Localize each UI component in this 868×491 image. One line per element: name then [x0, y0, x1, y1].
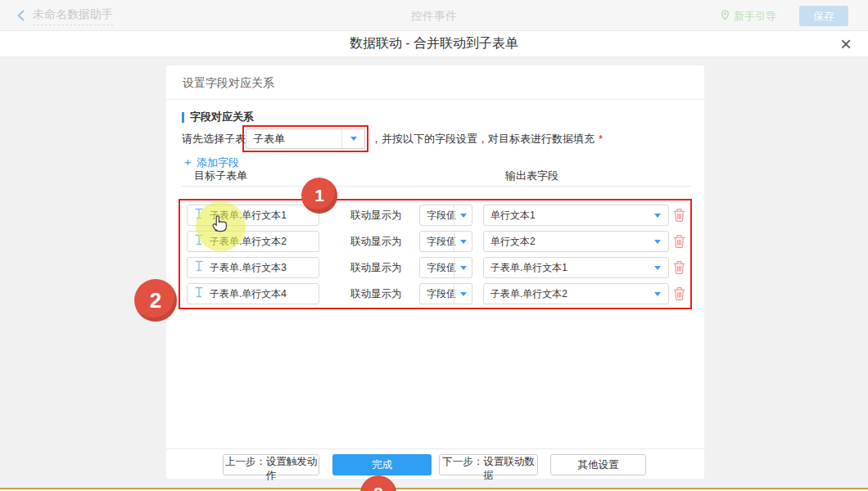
step-badge-2: 2	[134, 279, 177, 322]
mode-select[interactable]: 字段值	[419, 205, 472, 226]
delete-row-icon[interactable]	[673, 287, 685, 301]
field-mapping-row: 子表单.单行文本3 联动显示为 字段值 子表单.单行文本1	[180, 255, 690, 281]
prev-step-button[interactable]: 上一步：设置触发动作	[223, 454, 319, 475]
dialog-header: 数据联动 - 合并联动到子表单 ×	[0, 31, 868, 57]
divider	[166, 99, 704, 100]
subform-select-value: 子表单	[253, 129, 285, 148]
save-button[interactable]: 保存	[799, 6, 848, 26]
text-field-icon	[194, 286, 204, 301]
target-field-box: 子表单.单行文本4	[187, 283, 319, 304]
output-field-select[interactable]: 单行文本2	[483, 231, 669, 252]
output-select-value: 子表单.单行文本1	[491, 258, 567, 277]
dialog-body: 设置字段对应关系 字段对应关系 请先选择子表单 子表单 ，并按以下的字段设置，对…	[0, 57, 868, 491]
field-mapping-row: 子表单.单行文本2 联动显示为 字段值 单行文本2	[180, 228, 690, 255]
mode-select-value: 字段值	[427, 232, 456, 251]
mode-select-value: 字段值	[427, 205, 456, 225]
chevron-down-icon	[460, 240, 467, 244]
relation-label: 联动显示为	[350, 235, 402, 249]
mode-select[interactable]: 字段值	[419, 257, 472, 278]
mode-select-arrow-zone[interactable]	[454, 258, 472, 277]
chevron-down-icon	[460, 266, 467, 270]
divider	[182, 186, 690, 187]
guide-label: 新手引导	[734, 9, 776, 24]
section-title: 字段对应关系	[182, 110, 254, 124]
relation-label: 联动显示为	[350, 261, 402, 275]
output-select-value: 单行文本2	[491, 232, 536, 251]
delete-row-icon[interactable]	[673, 261, 685, 275]
topbar: 未命名数据助手 控件事件 新手引导 保存	[0, 0, 868, 31]
done-button[interactable]: 完成	[332, 454, 432, 475]
panel-title: 设置字段对应关系	[183, 76, 274, 91]
chevron-down-icon	[654, 240, 661, 244]
required-asterisk: *	[599, 133, 603, 145]
delete-row-icon[interactable]	[673, 209, 685, 223]
close-icon[interactable]: ×	[840, 32, 852, 56]
output-select-value: 单行文本1	[491, 205, 536, 225]
subform-select-arrow-zone[interactable]	[341, 129, 364, 148]
text-field-icon	[194, 260, 204, 275]
mode-select-arrow-zone[interactable]	[454, 205, 472, 225]
next-step-button[interactable]: 下一步：设置联动数据	[439, 454, 538, 475]
other-settings-button[interactable]: 其他设置	[550, 454, 646, 475]
section-title-text: 字段对应关系	[190, 110, 254, 124]
output-field-select[interactable]: 子表单.单行文本2	[483, 283, 669, 304]
step-badge-1: 1	[301, 178, 337, 214]
chevron-down-icon	[654, 292, 661, 296]
settings-panel: 设置字段对应关系 字段对应关系 请先选择子表单 子表单 ，并按以下的字段设置，对…	[166, 65, 704, 479]
column-header-target: 目标子表单	[194, 169, 247, 183]
mode-select[interactable]: 字段值	[419, 231, 472, 252]
field-mapping-row: 子表单.单行文本1 联动显示为 字段值 单行文本1	[180, 202, 690, 228]
target-field-box: 子表单.单行文本3	[187, 257, 319, 278]
chevron-down-icon	[654, 214, 661, 218]
chevron-down-icon	[460, 292, 467, 296]
after-select-text: ，并按以下的字段设置，对目标表进行数据填充*	[371, 128, 603, 150]
mode-select-arrow-zone[interactable]	[454, 284, 472, 304]
output-field-select[interactable]: 单行文本1	[483, 205, 669, 226]
mode-select-value: 字段值	[427, 284, 456, 304]
relation-label: 联动显示为	[350, 209, 402, 223]
divider	[166, 448, 704, 449]
guide-link[interactable]: 新手引导	[721, 9, 776, 24]
section-accent-bar	[182, 112, 184, 123]
subform-select[interactable]: 子表单	[246, 128, 365, 149]
after-select-text-body: ，并按以下的字段设置，对目标表进行数据填充	[371, 133, 594, 145]
column-header-output: 输出表字段	[505, 169, 558, 183]
field-mapping-rows-annotated: 子表单.单行文本1 联动显示为 字段值 单行文本1 子表单.单行文本2	[179, 199, 692, 309]
target-field-label: 子表单.单行文本4	[210, 287, 287, 301]
mode-select-arrow-zone[interactable]	[454, 232, 472, 251]
mode-select-value: 字段值	[427, 258, 456, 277]
delete-row-icon[interactable]	[673, 235, 685, 249]
chevron-down-icon	[350, 137, 357, 141]
field-mapping-row: 子表单.单行文本4 联动显示为 字段值 子表单.单行文本2	[180, 281, 690, 307]
pin-icon	[721, 10, 730, 23]
chevron-down-icon	[654, 266, 661, 270]
output-select-value: 子表单.单行文本2	[491, 284, 567, 304]
relation-label: 联动显示为	[350, 287, 402, 301]
dialog-title: 数据联动 - 合并联动到子表单	[0, 31, 868, 57]
hand-cursor-icon	[209, 213, 230, 237]
output-field-select[interactable]: 子表单.单行文本1	[483, 257, 669, 278]
mode-select[interactable]: 字段值	[419, 283, 472, 304]
target-field-label: 子表单.单行文本3	[210, 261, 287, 275]
plus-icon: ＋	[182, 155, 193, 170]
chevron-down-icon	[460, 214, 467, 218]
